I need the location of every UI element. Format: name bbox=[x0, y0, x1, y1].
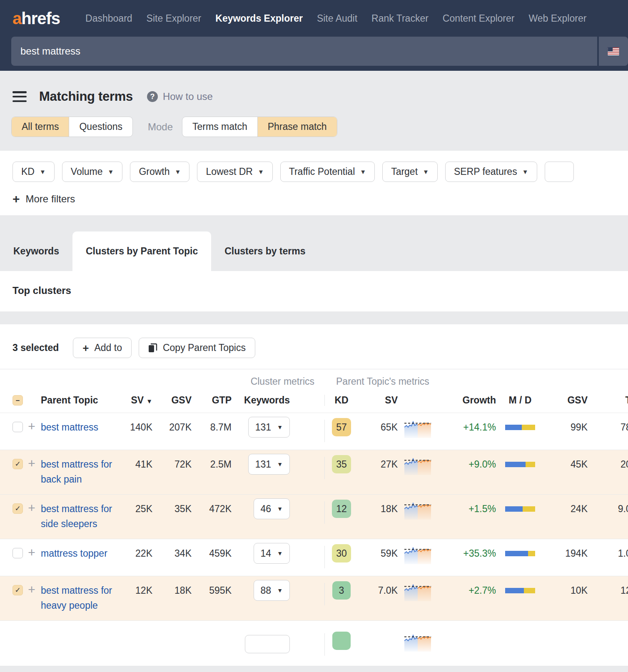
more-filters-button[interactable]: + More filters bbox=[12, 193, 628, 205]
add-to-button[interactable]: + Add to bbox=[73, 338, 132, 358]
add-row-icon[interactable]: + bbox=[28, 456, 35, 470]
sv-trend-sparkline bbox=[404, 500, 431, 520]
cell-parent-gsv: 10K bbox=[544, 583, 588, 598]
add-row-icon[interactable]: + bbox=[28, 419, 35, 433]
cell-parent-sv: 59K bbox=[358, 546, 398, 561]
table-body: + best mattress 140K 207K 8.7M 131 ▼ 57 … bbox=[0, 413, 628, 663]
selected-count: 3 selected bbox=[12, 342, 59, 353]
country-selector[interactable] bbox=[597, 37, 628, 66]
tab-keywords[interactable]: Keywords bbox=[0, 231, 72, 271]
add-row-icon[interactable]: + bbox=[28, 582, 35, 596]
parent-topic-link[interactable]: mattress topper bbox=[41, 548, 107, 559]
cell-growth: +2.7% bbox=[438, 583, 496, 598]
nav-item-keywords-explorer[interactable]: Keywords Explorer bbox=[215, 13, 303, 24]
nav-item-web-explorer[interactable]: Web Explorer bbox=[528, 13, 586, 24]
how-to-use-link[interactable]: ? How to use bbox=[147, 91, 213, 102]
chevron-down-icon: ▼ bbox=[108, 168, 114, 175]
col-parent-topic[interactable]: Parent Topic bbox=[41, 395, 117, 406]
row-checkbox[interactable]: ✓ bbox=[12, 459, 23, 469]
page-title: Matching terms bbox=[39, 89, 133, 104]
cell-tp: 78K bbox=[588, 420, 628, 435]
col-keywords[interactable]: Keywords bbox=[232, 395, 299, 406]
keywords-count: 46 bbox=[261, 501, 272, 516]
filter-overflow[interactable] bbox=[545, 162, 574, 182]
col-gsv[interactable]: GSV bbox=[152, 395, 192, 406]
menu-icon[interactable] bbox=[12, 91, 27, 102]
add-row-icon[interactable]: + bbox=[28, 501, 35, 515]
keywords-dropdown-button[interactable]: 46 ▼ bbox=[254, 498, 290, 519]
keyword-search-input[interactable]: best mattress bbox=[11, 37, 597, 66]
filter-lowest-dr[interactable]: Lowest DR▼ bbox=[197, 162, 272, 182]
select-all-checkbox[interactable]: – bbox=[12, 395, 23, 406]
parent-topic-link[interactable]: best mattress for back pain bbox=[41, 459, 112, 485]
keywords-count: 131 bbox=[255, 420, 271, 435]
mobile-desktop-bar bbox=[505, 551, 535, 556]
keywords-dropdown-button[interactable]: 14 ▼ bbox=[254, 543, 290, 564]
table-row: ✓ + best mattress for back pain 41K 72K … bbox=[0, 450, 628, 494]
nav-item-content-explorer[interactable]: Content Explorer bbox=[443, 13, 515, 24]
section-title: Top clusters bbox=[12, 285, 628, 296]
cell-parent-sv: 27K bbox=[358, 457, 398, 472]
cell-gtp: 595K bbox=[192, 583, 232, 598]
kd-badge: 57 bbox=[332, 418, 351, 436]
keywords-dropdown-button[interactable] bbox=[245, 635, 290, 653]
col-sv[interactable]: SV▼ bbox=[117, 395, 152, 406]
chevron-down-icon: ▼ bbox=[522, 168, 528, 175]
parent-topic-link[interactable]: best mattress for side sleepers bbox=[41, 503, 112, 529]
keywords-dropdown-button[interactable]: 131 ▼ bbox=[248, 454, 290, 475]
match-toggle-group: Terms match Phrase match bbox=[182, 117, 337, 137]
toggle-questions[interactable]: Questions bbox=[69, 117, 132, 137]
col-growth[interactable]: Growth bbox=[438, 395, 496, 406]
mobile-desktop-bar bbox=[505, 425, 535, 430]
toggle-terms-match[interactable]: Terms match bbox=[182, 117, 258, 137]
chevron-down-icon: ▼ bbox=[258, 168, 264, 175]
filter-volume[interactable]: Volume▼ bbox=[62, 162, 123, 182]
filter-growth[interactable]: Growth▼ bbox=[130, 162, 189, 182]
filter-target[interactable]: Target▼ bbox=[382, 162, 438, 182]
clusters-table: Cluster metrics Parent Topic's metrics –… bbox=[0, 369, 628, 663]
tab-clusters-by-terms[interactable]: Clusters by terms bbox=[211, 231, 319, 271]
nav-item-rank-tracker[interactable]: Rank Tracker bbox=[371, 13, 429, 24]
filter-traffic-potential[interactable]: Traffic Potential▼ bbox=[280, 162, 375, 182]
cell-parent-sv: 7.0K bbox=[358, 583, 398, 598]
cell-gsv: 18K bbox=[152, 583, 192, 598]
col-tp[interactable]: TP bbox=[588, 395, 628, 406]
add-row-icon[interactable]: + bbox=[28, 545, 35, 559]
md-yellow-segment bbox=[526, 462, 535, 467]
tab-clusters-by-parent-topic[interactable]: Clusters by Parent Topic bbox=[72, 231, 211, 271]
chevron-down-icon: ▼ bbox=[277, 583, 283, 598]
toggle-phrase-match[interactable]: Phrase match bbox=[258, 117, 337, 137]
copy-parent-topics-button[interactable]: Copy Parent Topics bbox=[139, 338, 255, 358]
filter-kd[interactable]: KD▼ bbox=[12, 162, 55, 182]
terms-toggle-group: All terms Questions bbox=[11, 117, 133, 137]
col-kd[interactable]: KD bbox=[325, 395, 358, 406]
col-parent-sv[interactable]: SV bbox=[358, 395, 398, 406]
cell-gsv: 207K bbox=[152, 420, 192, 435]
ahrefs-logo[interactable]: ahrefs bbox=[12, 9, 60, 28]
mode-label: Mode bbox=[148, 121, 173, 133]
parent-topic-link[interactable]: best mattress bbox=[41, 422, 98, 433]
keywords-dropdown-button[interactable]: 88 ▼ bbox=[254, 580, 290, 601]
table-header-row: – Parent Topic SV▼ GSV GTP Keywords KD S… bbox=[0, 387, 628, 413]
cell-parent-gsv: 45K bbox=[544, 457, 588, 472]
toggle-all-terms[interactable]: All terms bbox=[12, 117, 69, 137]
row-checkbox[interactable]: ✓ bbox=[12, 585, 23, 595]
col-parent-gsv[interactable]: GSV bbox=[544, 395, 588, 406]
cell-parent-sv: 18K bbox=[358, 501, 398, 516]
nav-item-dashboard[interactable]: Dashboard bbox=[85, 13, 132, 24]
keywords-dropdown-button[interactable]: 131 ▼ bbox=[248, 417, 290, 438]
parent-topic-link[interactable]: best mattress for heavy people bbox=[41, 585, 112, 611]
col-gtp[interactable]: GTP bbox=[192, 395, 232, 406]
row-checkbox[interactable] bbox=[12, 422, 23, 432]
table-row: + bbox=[0, 620, 628, 663]
nav-item-site-explorer[interactable]: Site Explorer bbox=[147, 13, 202, 24]
table-row: + mattress topper 22K 34K 459K 14 ▼ 30 5… bbox=[0, 539, 628, 576]
row-checkbox[interactable]: ✓ bbox=[12, 503, 23, 514]
plus-icon: + bbox=[12, 193, 20, 205]
cell-parent-gsv: 194K bbox=[544, 546, 588, 561]
nav-item-site-audit[interactable]: Site Audit bbox=[317, 13, 357, 24]
sv-trend-sparkline bbox=[404, 419, 431, 438]
filter-serp-features[interactable]: SERP features▼ bbox=[445, 162, 537, 182]
col-md[interactable]: M / D bbox=[496, 395, 544, 406]
row-checkbox[interactable] bbox=[12, 548, 23, 558]
